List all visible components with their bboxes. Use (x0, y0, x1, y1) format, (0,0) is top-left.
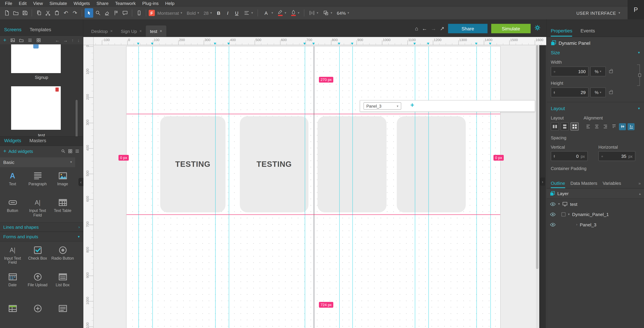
menu-file[interactable]: File (2, 1, 16, 6)
menu-widgets[interactable]: Widgets (70, 1, 93, 6)
menu-share[interactable]: Share (93, 1, 112, 6)
close-icon[interactable]: × (140, 29, 142, 33)
chevron-down-icon[interactable]: ▾ (618, 11, 620, 15)
new-file-button[interactable] (2, 8, 11, 18)
canvas-tab-test[interactable]: test× (146, 26, 166, 36)
select-tool-button[interactable] (85, 8, 93, 18)
widget-date[interactable]: Date (0, 270, 25, 296)
zoom-tool-button[interactable] (94, 8, 102, 18)
widget-list-view-button[interactable] (75, 148, 80, 154)
selection-bottom-edge[interactable] (126, 214, 500, 215)
tab-data-masters[interactable]: Data Masters (570, 181, 597, 188)
widget-search-button[interactable] (61, 148, 66, 154)
widget-file-upload[interactable]: File Upload (25, 270, 50, 296)
section-forms-and-inputs[interactable]: Forms and inputs ▾ (0, 232, 83, 241)
canvas-scrollbar-thumb[interactable] (536, 45, 538, 269)
redo-button[interactable]: ↷ (70, 8, 79, 18)
nav-up-button[interactable]: ↑ (72, 38, 74, 42)
width-input[interactable]: ‹› 100 (551, 66, 588, 76)
size-link-toggle[interactable] (638, 74, 641, 77)
chevron-right-icon[interactable]: › (576, 223, 577, 226)
tab-events[interactable]: Events (580, 28, 595, 36)
open-folder-button[interactable] (12, 8, 20, 18)
guide-line[interactable] (305, 46, 305, 328)
undo-button[interactable]: ↶ (62, 8, 70, 18)
tab-masters[interactable]: Masters (29, 138, 46, 143)
tab-variables[interactable]: Variables (602, 181, 621, 188)
layer-checkbox[interactable] (562, 212, 566, 216)
tab-screens[interactable]: Screens (4, 27, 22, 32)
zoom-level-select[interactable]: 64%▾ (335, 8, 351, 18)
guide-line[interactable] (215, 46, 216, 328)
guide-marker[interactable] (214, 43, 216, 45)
widget-partial-upload[interactable] (25, 301, 50, 328)
widget-grid-view-button[interactable] (68, 148, 72, 154)
align-left-button[interactable] (584, 123, 592, 130)
home-button[interactable]: ⌂ (415, 26, 418, 31)
guide-line[interactable] (339, 46, 340, 328)
canvas-card-3[interactable] (318, 116, 386, 212)
height-lock-icon[interactable] (609, 91, 613, 94)
guide-line[interactable] (415, 46, 415, 328)
arrange-select[interactable]: ▾ (321, 8, 334, 18)
width-unit-select[interactable]: %▾ (590, 66, 606, 76)
guide-marker[interactable] (489, 43, 492, 45)
cut-button[interactable] (44, 8, 52, 18)
collapse-right-panel-handle[interactable]: › (540, 178, 545, 186)
line-color-select[interactable]: ▾ (276, 8, 288, 18)
more-tabs-icon[interactable]: » (638, 181, 640, 188)
save-button[interactable] (20, 8, 29, 18)
guide-marker[interactable] (414, 43, 416, 45)
menu-view[interactable]: View (30, 1, 46, 6)
canvas-card-2[interactable]: TESTING (240, 116, 308, 212)
font-size-select[interactable]: 28▾ (202, 8, 214, 18)
canvas-tab-desktop[interactable]: Desktop× (87, 26, 117, 36)
layer-row-panel-3[interactable]: › Panel_3 (546, 220, 644, 230)
text-color-select[interactable]: A▾ (260, 8, 275, 18)
guide-line[interactable] (476, 46, 477, 328)
nav-left-button[interactable]: ← (55, 38, 60, 42)
eye-icon[interactable] (550, 222, 556, 228)
device-button[interactable] (135, 8, 143, 18)
widget-category-select[interactable]: Basic ▾ (0, 157, 75, 167)
screen-grid-view-button[interactable] (36, 38, 41, 42)
align-bottom-button[interactable] (628, 123, 634, 130)
align-center-button[interactable] (593, 123, 600, 130)
menu-teamwork[interactable]: Teamwork (112, 1, 139, 6)
paste-button[interactable] (52, 8, 61, 18)
comment-tool-button[interactable] (121, 8, 130, 18)
screen-thumbnail-signup[interactable] (11, 44, 61, 73)
guide-line[interactable] (352, 46, 353, 328)
font-style-select[interactable]: Bold▾ (184, 8, 201, 18)
guide-line[interactable] (138, 46, 139, 328)
export-button[interactable]: ↗ (440, 26, 444, 31)
guide-line[interactable] (428, 46, 429, 328)
user-avatar[interactable]: P (628, 0, 644, 19)
add-widgets-button[interactable]: Add widgets (8, 148, 33, 154)
add-screen-button[interactable]: + (3, 37, 6, 43)
tab-properties[interactable]: Properties (551, 28, 572, 36)
screen-list-view-button[interactable] (27, 38, 32, 42)
guide-line[interactable] (152, 46, 153, 328)
eye-icon[interactable] (550, 201, 556, 207)
italic-button[interactable]: I (224, 8, 232, 18)
guide-marker[interactable] (475, 43, 478, 45)
widget-list-box[interactable]: List Box (50, 270, 75, 296)
screen-thumbnail-test[interactable] (11, 86, 61, 130)
close-icon[interactable]: × (160, 29, 162, 33)
widget-button[interactable]: Button (0, 196, 25, 222)
section-lines-and-shapes[interactable]: Lines and shapes › (0, 222, 83, 232)
copy-button[interactable] (34, 8, 43, 18)
widget-text[interactable]: AText (0, 169, 25, 196)
fill-color-select[interactable]: ▾ (289, 8, 302, 18)
layer-row-test[interactable]: ▾ test (546, 199, 644, 209)
align-top-button[interactable] (610, 123, 617, 130)
guide-marker[interactable] (303, 43, 306, 45)
widget-radio-button[interactable]: Radio Button (50, 243, 75, 270)
underline-button[interactable]: U (232, 8, 241, 18)
layout-horizontal-button[interactable] (551, 122, 559, 130)
eraser-tool-button[interactable] (103, 8, 111, 18)
back-button[interactable]: ← (422, 26, 427, 31)
layout-vertical-button[interactable] (561, 122, 569, 130)
widget-partial-list[interactable] (50, 301, 75, 328)
